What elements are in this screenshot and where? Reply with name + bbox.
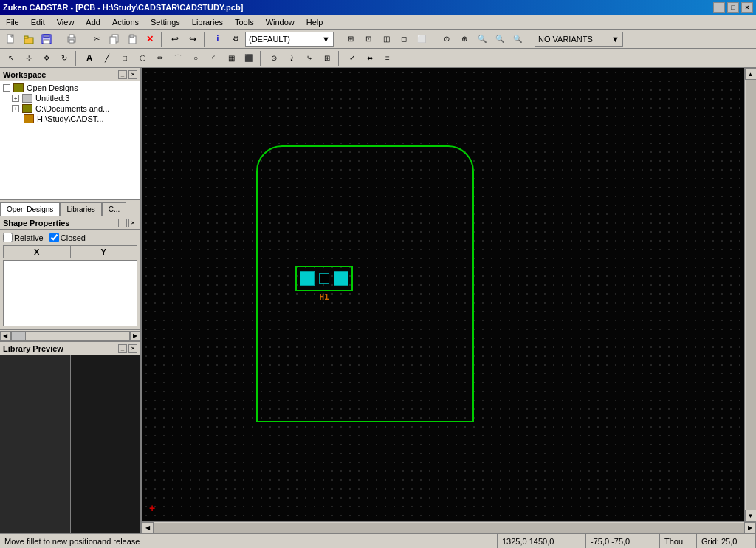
info-btn[interactable]: i <box>210 31 226 47</box>
select2-tool[interactable]: ⊹ <box>21 50 37 66</box>
fill-tool[interactable]: ▦ <box>223 50 239 66</box>
menu-file[interactable]: File <box>0 15 25 29</box>
origin-marker: + <box>149 502 155 514</box>
menu-help[interactable]: Help <box>300 15 329 29</box>
library-panel: Library Preview _ × <box>0 342 140 533</box>
component-h1: H1 <box>295 266 353 302</box>
copper-tool[interactable]: ⬛ <box>241 50 257 66</box>
tree-pcb-file[interactable]: H:\Study\CADST... <box>1 114 139 124</box>
pad-left <box>300 271 315 286</box>
tab-libraries[interactable]: Libraries <box>60 202 101 216</box>
print-btn[interactable] <box>63 31 80 47</box>
pcb-outline <box>256 145 474 422</box>
tree-untitled3[interactable]: + Untitled:3 <box>1 93 139 103</box>
shape-minimize-btn[interactable]: _ <box>118 219 127 227</box>
tab-open-designs[interactable]: Open Designs <box>0 202 60 216</box>
title-text: Zuken CADSTAR - [PCB - H:\Study\CADSTAR\… <box>3 3 243 12</box>
library-close-btn[interactable]: × <box>128 344 137 353</box>
menu-settings[interactable]: Settings <box>145 15 186 29</box>
close-btn[interactable]: × <box>741 2 753 13</box>
undo-btn[interactable]: ↩ <box>167 31 183 47</box>
rect-tool[interactable]: □ <box>117 50 133 66</box>
tb-icon1[interactable]: ⊞ <box>343 31 359 47</box>
tree-documents[interactable]: + C:\Documents and... <box>1 103 139 114</box>
h-scroll-left-btn[interactable]: ◀ <box>142 522 154 534</box>
rotate-tool[interactable]: ↻ <box>56 50 72 66</box>
variants-value: NO VARIANTS <box>538 35 593 44</box>
shape-title: Shape Properties <box>3 219 69 227</box>
closed-label[interactable]: Closed <box>49 233 86 242</box>
v-scroll-up-btn[interactable]: ▲ <box>745 68 757 80</box>
via-tool[interactable]: ⊙ <box>266 50 282 66</box>
variants-dropdown[interactable]: NO VARIANTS ▼ <box>535 32 623 47</box>
col-x-header: X <box>4 246 71 258</box>
minimize-btn[interactable]: _ <box>713 2 725 13</box>
status-unit: Thou <box>660 534 697 548</box>
comp-tool[interactable]: ⊞ <box>319 50 335 66</box>
menu-edit[interactable]: Edit <box>25 15 51 29</box>
circ-tool[interactable]: ○ <box>188 50 204 66</box>
freehand-tool[interactable]: ✏ <box>152 50 168 66</box>
closed-checkbox[interactable] <box>49 233 59 242</box>
relative-checkbox[interactable] <box>3 233 13 242</box>
zoom-prev[interactable]: 🔍 <box>509 31 526 47</box>
route-tool[interactable]: ⤸ <box>284 50 300 66</box>
fillet-tool[interactable]: ◜ <box>205 50 221 66</box>
tree-documents-label: C:\Documents and... <box>35 104 109 113</box>
save-btn[interactable] <box>38 31 55 47</box>
paste-btn[interactable] <box>124 31 140 47</box>
tb-icon2[interactable]: ⊡ <box>360 31 377 47</box>
shape-close-btn[interactable]: × <box>128 219 137 227</box>
open-btn[interactable] <box>21 31 37 47</box>
layer-dropdown[interactable]: (DEFAULT) ▼ <box>245 32 334 47</box>
drc-tool[interactable]: ✓ <box>344 50 360 66</box>
delete-btn[interactable]: ✕ <box>142 31 158 47</box>
poly-tool[interactable]: ⬡ <box>134 50 151 66</box>
h-scroll-right-btn[interactable]: ▶ <box>744 522 756 534</box>
redo-btn[interactable]: ↪ <box>185 31 201 47</box>
menu-tools[interactable]: Tools <box>229 15 260 29</box>
scroll-left-btn[interactable]: ◀ <box>0 331 10 341</box>
coords-text: 1325,0 1450,0 <box>502 537 554 546</box>
line-tool[interactable]: ╱ <box>99 50 115 66</box>
library-minimize-btn[interactable]: _ <box>118 344 127 353</box>
net-tool[interactable]: ≡ <box>379 50 396 66</box>
toolbar-2: ↖ ⊹ ✥ ↻ A ╱ □ ⬡ ✏ ⌒ ○ ◜ ▦ ⬛ ⊙ ⤸ ⤷ ⊞ ✓ ⬌ … <box>0 49 756 68</box>
relative-label[interactable]: Relative <box>3 233 44 242</box>
menu-view[interactable]: View <box>51 15 80 29</box>
v-scrollbar: ▲ ▼ <box>744 68 756 521</box>
tb-icon4[interactable]: ◻ <box>396 31 412 47</box>
route2-tool[interactable]: ⤷ <box>301 50 317 66</box>
menu-window[interactable]: Window <box>260 15 300 29</box>
workspace-close-btn[interactable]: × <box>128 70 137 79</box>
scroll-thumb[interactable] <box>11 332 26 340</box>
zoom-out[interactable]: 🔍 <box>492 31 508 47</box>
select-tool[interactable]: ↖ <box>3 50 19 66</box>
move-tool[interactable]: ✥ <box>38 50 55 66</box>
menu-libraries[interactable]: Libraries <box>186 15 229 29</box>
tb-icon5[interactable]: ⬜ <box>413 31 430 47</box>
v-scroll-down-btn[interactable]: ▼ <box>745 510 757 521</box>
scroll-right-btn[interactable]: ▶ <box>130 331 140 341</box>
menu-add[interactable]: Add <box>80 15 106 29</box>
restore-btn[interactable]: □ <box>727 2 739 13</box>
arc-tool[interactable]: ⌒ <box>170 50 186 66</box>
tab-c[interactable]: C... <box>102 202 127 216</box>
text-tool[interactable]: A <box>81 50 97 66</box>
tb-icon3[interactable]: ◫ <box>378 31 394 47</box>
menu-actions[interactable]: Actions <box>106 15 145 29</box>
workspace-minimize-btn[interactable]: _ <box>118 70 127 79</box>
toolbar-1: ✂ ✕ ↩ ↪ i ⚙ (DEFAULT) ▼ ⊞ ⊡ ◫ ◻ ⬜ ⊙ ⊕ 🔍 … <box>0 30 756 49</box>
layer-dropdown-value: (DEFAULT) <box>249 35 290 44</box>
zoom-fit[interactable]: ⊙ <box>439 31 455 47</box>
copy-btn[interactable] <box>106 31 123 47</box>
canvas-area[interactable]: H1 + <box>142 68 744 521</box>
zoom-extent[interactable]: ⊕ <box>456 31 472 47</box>
new-btn[interactable] <box>3 31 19 47</box>
folder2-icon <box>22 104 32 113</box>
cut-btn[interactable]: ✂ <box>89 31 105 47</box>
zoom-in[interactable]: 🔍 <box>474 31 490 47</box>
tree-open-designs[interactable]: - Open Designs <box>1 83 139 93</box>
settings-btn[interactable]: ⚙ <box>227 31 244 47</box>
measure-tool[interactable]: ⬌ <box>362 50 378 66</box>
